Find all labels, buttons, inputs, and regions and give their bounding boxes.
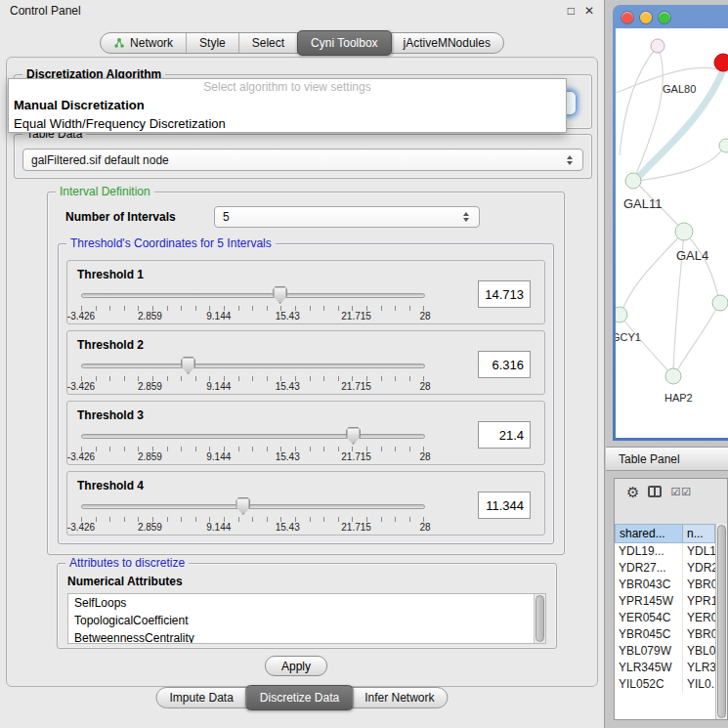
column-header-shared-name[interactable]: shared... — [615, 524, 683, 543]
slider-thumb[interactable] — [273, 286, 287, 304]
tab-network[interactable]: Network — [101, 33, 187, 53]
table-toolbar: ⚙ ☑☑ — [615, 479, 727, 504]
table-row[interactable]: YBR045CYBR0... — [615, 626, 715, 643]
threshold-2-slider[interactable] — [81, 357, 425, 374]
table-scrollbar[interactable] — [715, 524, 727, 719]
list-item[interactable]: TopologicalCoefficient — [68, 612, 545, 629]
table-row[interactable]: YBL079WYBL0... — [615, 643, 715, 660]
network-node[interactable] — [651, 39, 664, 53]
threshold-label: Threshold 3 — [77, 408, 144, 422]
slider-track[interactable] — [81, 293, 425, 298]
zoom-traffic-light[interactable] — [659, 12, 670, 23]
network-node[interactable] — [616, 307, 627, 322]
network-window: GAL80 GAL11 GAL4 GCY1 HAP2 — [613, 5, 728, 441]
threshold-4-value-field[interactable]: 11.344 — [478, 492, 531, 519]
columns-icon[interactable] — [648, 486, 662, 497]
num-intervals-label: Number of Intervals — [65, 210, 176, 224]
window-controls — [621, 12, 670, 23]
scrollbar-thumb[interactable] — [717, 525, 726, 718]
network-node[interactable] — [665, 368, 681, 384]
threshold-3-value-field[interactable]: 21.4 — [478, 421, 531, 449]
top-tabstrip: Network Style Select Cyni Toolbox jActiv… — [100, 32, 504, 54]
combobox-spinner — [565, 155, 575, 165]
slider-scale-labels: -3.426 2.859 9.144 15.43 21.715 28 — [81, 381, 425, 393]
table-row[interactable]: YPR145WYPR1... — [615, 593, 715, 610]
slider-thumb[interactable] — [181, 357, 195, 374]
slider-thumb[interactable] — [236, 497, 250, 515]
gear-icon[interactable]: ⚙ — [626, 485, 639, 499]
threshold-2-panel: Threshold 2 -3.426 2.859 9.144 15.43 21.… — [66, 330, 545, 395]
combobox-value: 5 — [223, 210, 461, 224]
network-node[interactable] — [719, 139, 728, 152]
table-panel-window: ⚙ ☑☑ shared... n... YDL19...YDL1... YDR2… — [614, 478, 728, 720]
table-row[interactable]: YBR043CYBR0... — [615, 577, 715, 593]
list-scrollbar[interactable] — [534, 594, 545, 643]
threshold-1-value-field[interactable]: 14.713 — [478, 280, 531, 308]
slider-scale-labels: -3.426 2.859 9.144 15.43 21.715 28 — [81, 522, 425, 534]
table-row[interactable]: YER054CYER0... — [615, 610, 715, 626]
table-row[interactable]: YLR345WYLR3... — [615, 660, 715, 676]
network-node[interactable] — [675, 223, 693, 240]
tab-infer-network[interactable]: Infer Network — [352, 688, 447, 707]
numerical-attributes-label: Numerical Attributes — [67, 575, 183, 588]
tab-impute-data[interactable]: Impute Data — [156, 688, 246, 707]
threshold-3-slider[interactable] — [81, 427, 425, 445]
bottom-tabstrip: Impute Data Discretize Data Infer Networ… — [155, 687, 448, 708]
float-window-icon[interactable]: □ — [568, 4, 575, 18]
threshold-label: Threshold 4 — [77, 479, 144, 492]
select-checkboxes-icon[interactable]: ☑☑ — [670, 486, 692, 498]
network-node[interactable] — [712, 295, 728, 311]
minimize-traffic-light[interactable] — [640, 12, 652, 23]
interval-definition-group: Interval Definition Number of Intervals … — [47, 192, 565, 555]
scrollbar-thumb[interactable] — [535, 595, 544, 642]
network-node[interactable] — [625, 173, 641, 189]
threshold-1-panel: Threshold 1 -3.426 2.859 9.144 15.43 21.… — [66, 260, 545, 324]
close-icon[interactable]: ✕ — [584, 4, 594, 18]
tab-style[interactable]: Style — [187, 33, 239, 53]
table-row[interactable]: YDL19...YDL1... — [615, 543, 715, 560]
tab-select[interactable]: Select — [239, 33, 298, 53]
tab-label: Network — [130, 33, 173, 53]
group-title: Threshold's Coordinates for 5 Intervals — [66, 236, 276, 250]
table-data-group: Table Data galFiltered.sif default node — [14, 134, 592, 179]
tab-jactivemnodules[interactable]: jActiveMNodules — [391, 33, 503, 53]
chevron-down-icon — [567, 161, 573, 165]
num-intervals-combobox[interactable]: 5 — [214, 206, 480, 228]
node-label: GAL4 — [676, 248, 708, 263]
column-header-name[interactable]: n... — [683, 524, 715, 543]
table-header-row: shared... n... — [615, 524, 715, 543]
dropdown-option-equal-width[interactable]: Equal Width/Frequency Discretization — [9, 114, 566, 133]
slider-track[interactable] — [81, 434, 425, 439]
group-title: Interval Definition — [56, 185, 154, 198]
threshold-4-slider[interactable] — [81, 497, 425, 515]
node-label: GCY1 — [616, 331, 641, 343]
node-label: HAP2 — [664, 392, 693, 404]
tab-discretize-data[interactable]: Discretize Data — [246, 685, 353, 710]
chevron-down-icon — [463, 218, 469, 222]
app-root: Control Panel □ ✕ Network Style Select C… — [0, 0, 728, 728]
dropdown-option-manual[interactable]: Manual Discretization — [9, 96, 566, 114]
control-panel-titlebar: Control Panel □ ✕ — [0, 0, 604, 21]
apply-button[interactable]: Apply — [265, 656, 327, 676]
slider-thumb[interactable] — [346, 427, 361, 445]
selected-network-node[interactable] — [714, 54, 728, 71]
slider-track[interactable] — [81, 504, 425, 509]
threshold-1-slider[interactable] — [81, 286, 425, 304]
table-row[interactable]: YDR27...YDR2... — [615, 560, 715, 577]
table-data-combobox[interactable]: galFiltered.sif default node — [22, 149, 583, 171]
threshold-label: Threshold 2 — [77, 338, 144, 352]
table-row[interactable]: YIL052CYIL0... — [615, 676, 715, 693]
list-item[interactable]: BetweennessCentrality — [68, 629, 545, 644]
network-canvas[interactable]: GAL80 GAL11 GAL4 GCY1 HAP2 — [616, 28, 728, 438]
attributes-group: Attributes to discretize Numerical Attri… — [57, 563, 557, 649]
list-item[interactable]: SelfLoops — [68, 594, 545, 612]
slider-track[interactable] — [81, 364, 425, 368]
threshold-2-value-field[interactable]: 6.316 — [478, 351, 531, 378]
node-attribute-table: shared... n... YDL19...YDL1... YDR27...Y… — [615, 524, 715, 719]
chevron-up-icon — [463, 212, 469, 216]
attributes-list[interactable]: SelfLoops TopologicalCoefficient Between… — [67, 593, 546, 644]
tab-cyni-toolbox[interactable]: Cyni Toolbox — [297, 30, 391, 56]
close-traffic-light[interactable] — [621, 12, 633, 23]
threshold-3-panel: Threshold 3 -3.426 2.859 9.144 15.43 21.… — [66, 401, 545, 465]
network-icon — [113, 37, 125, 49]
